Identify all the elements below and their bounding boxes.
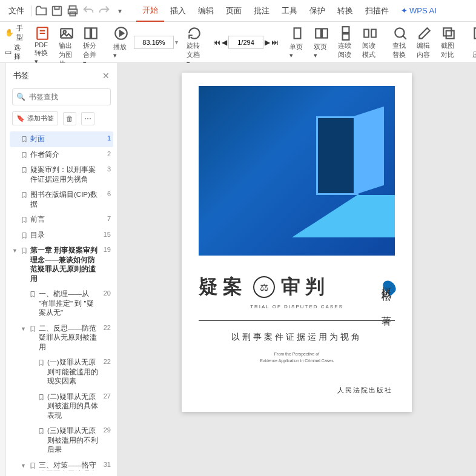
tab-protect[interactable]: 保护 [303, 0, 331, 22]
cover-author: 柯武松 — 著 [380, 279, 392, 311]
bookmark-label: 二、反思——防范疑罪从无原则被滥用 [39, 324, 99, 352]
document-canvas[interactable]: 疑案 ⚖ 审判 TRIAL OF DISPUTED CASES 以刑事案件证据运… [117, 63, 476, 476]
tab-insert[interactable]: 插入 [164, 0, 192, 22]
bookmark-icon [21, 216, 28, 224]
undo-icon[interactable] [82, 4, 95, 18]
bookmark-icon [21, 191, 28, 199]
tab-page[interactable]: 页面 [220, 0, 248, 22]
redo-icon[interactable] [98, 4, 111, 18]
zoom-dropdown-icon[interactable]: ▾ [175, 39, 178, 45]
bookmark-item[interactable]: (二)疑罪从无原则被滥用的具体表现27 [10, 389, 113, 424]
more-icon[interactable]: ⋯ [81, 112, 94, 125]
bookmark-page: 19 [104, 246, 111, 253]
play-button[interactable]: 播放▾ [110, 25, 133, 59]
bookmark-search-input[interactable] [29, 93, 120, 101]
save-icon[interactable] [50, 4, 64, 18]
bookmark-icon [38, 393, 45, 402]
bookmark-label: (一)疑罪从无原则可能被滥用的现实因素 [47, 358, 99, 386]
hand-tool[interactable]: ✋手型 [5, 24, 24, 42]
wps-ai[interactable]: ✦WPS AI [395, 0, 443, 22]
close-icon[interactable]: ✕ [102, 71, 110, 81]
menu-file[interactable]: 文件 [2, 0, 30, 22]
svg-point-18 [395, 28, 404, 37]
print-icon[interactable] [66, 4, 79, 18]
tab-tools[interactable]: 工具 [276, 0, 303, 22]
svg-rect-7 [85, 28, 90, 38]
bookmark-icon [29, 325, 36, 333]
bookmark-label: (二)疑罪从无原则被滥用的具体表现 [47, 392, 99, 421]
bookmark-item[interactable]: 作者简介2 [10, 147, 113, 163]
dropdown-icon[interactable]: ▾ [113, 4, 127, 18]
bookmark-list: 封面1作者简介2疑案审判：以刑事案件证据运用为视角3图书在版编目(CIP)数据6… [6, 131, 117, 471]
bookmark-item[interactable]: 一、梳理——从 "有罪推定" 到 "疑案从无"20 [10, 286, 113, 321]
first-page-icon[interactable]: ⏮ [213, 38, 220, 47]
chevron-icon: ▼ [12, 248, 18, 254]
bookmark-item[interactable]: ▼二、反思——防范疑罪从无原则被滥用22 [10, 321, 113, 355]
open-icon[interactable] [35, 4, 48, 18]
tab-scan[interactable]: 扫描件 [359, 0, 395, 22]
app-window: 文件 ▾ 开始 插入 编辑 页面 批注 工具 保护 转换 扫描件 ✦WPS AI… [0, 0, 476, 476]
bookmark-icon [38, 359, 45, 367]
edit-content[interactable]: 编辑内容 [413, 25, 436, 59]
prev-page-icon[interactable]: ◀ [222, 38, 227, 47]
pdf-convert[interactable]: PDF转换▾ [31, 25, 54, 59]
toolbar: ✋手型 ▭选择 PDF转换▾ 输出为图片 拆分合并▾ 播放▾ ▾ 旋转文档▾ ⏮… [0, 22, 476, 63]
last-page-icon[interactable]: ⏭ [271, 38, 279, 47]
rotate-button[interactable]: 旋转文档▾ [183, 25, 206, 59]
page-input[interactable] [228, 36, 263, 49]
cover-title-2: 审判 [281, 274, 329, 300]
split-merge[interactable]: 拆分合并▾ [79, 25, 102, 59]
bookmark-search[interactable]: 🔍 [12, 88, 111, 105]
bookmark-icon [21, 135, 28, 144]
cover-subtitle: 以刑事案件证据运用为视角 [199, 332, 395, 343]
double-page[interactable]: 双页▾ [310, 25, 333, 59]
bookmark-item[interactable]: ▼三、对策——恪守公平正义司法理念31 [10, 458, 113, 471]
bookmark-icon [21, 246, 28, 255]
bookmark-page: 27 [104, 392, 111, 400]
bookmark-item[interactable]: 封面1 [10, 131, 113, 147]
svg-rect-20 [446, 30, 454, 38]
bookmark-page: 29 [104, 426, 111, 434]
find-replace[interactable]: 查找替换 [389, 25, 412, 59]
bookmark-item[interactable]: 疑案审判：以刑事案件证据运用为视角3 [10, 162, 113, 187]
next-page-icon[interactable]: ▶ [265, 38, 270, 47]
export-image[interactable]: 输出为图片 [55, 25, 78, 59]
svg-rect-14 [316, 28, 321, 38]
bookmark-item[interactable]: 前言7 [10, 212, 113, 228]
bookmark-label: 三、对策——恪守公平正义司法理念 [39, 461, 99, 471]
delete-bookmark-icon[interactable]: 🗑 [63, 112, 76, 125]
bookmark-add-icon: 🔖 [16, 114, 25, 122]
bookmark-label: 作者简介 [30, 150, 102, 160]
sidebar-rail[interactable] [0, 63, 6, 476]
chevron-icon: ▼ [21, 326, 27, 332]
bookmark-page: 15 [104, 231, 111, 238]
bookmark-item[interactable]: (一)疑罪从无原则可能被滥用的现实因素22 [10, 355, 113, 389]
bookmark-item[interactable]: (三)疑罪从无原则被滥用的不利后果29 [10, 423, 113, 458]
select-tool[interactable]: ▭选择 [5, 43, 24, 61]
bookmark-icon [38, 427, 45, 435]
svg-rect-0 [53, 6, 62, 15]
add-bookmark[interactable]: 🔖添加书签 [12, 111, 58, 125]
bookmark-page: 2 [107, 150, 111, 157]
continuous-read[interactable]: 连续阅读 [334, 25, 357, 59]
bookmark-label: 目录 [30, 231, 99, 240]
search-icon: 🔍 [16, 93, 25, 101]
tab-convert[interactable]: 转换 [331, 0, 359, 22]
read-mode[interactable]: 阅读模式 [359, 25, 382, 59]
page-cover: 疑案 ⚖ 审判 TRIAL OF DISPUTED CASES 以刑事案件证据运… [182, 73, 412, 412]
cover-en2: From the Perspective ofEvidence Applicat… [199, 351, 395, 364]
tab-edit[interactable]: 编辑 [192, 0, 220, 22]
bookmark-label: 疑案审判：以刑事案件证据运用为视角 [30, 165, 102, 184]
bookmark-item[interactable]: 目录15 [10, 228, 113, 243]
tab-comment[interactable]: 批注 [248, 0, 276, 22]
bookmark-item[interactable]: ▼第一章 刑事疑案审判理念——兼谈如何防范疑罪从无原则的滥用19 [10, 243, 113, 286]
bookmark-item[interactable]: 图书在版编目(CIP)数据6 [10, 187, 113, 212]
tab-start[interactable]: 开始 [136, 0, 164, 22]
cover-title-1: 疑案 [199, 274, 247, 300]
chevron-icon: ▼ [21, 463, 27, 469]
crop-compare[interactable]: 截图对比 [437, 25, 460, 59]
single-page[interactable]: 单页▾ [286, 25, 309, 59]
compress[interactable]: 压缩 [468, 25, 476, 59]
zoom-input[interactable] [134, 36, 174, 49]
sidebar-title: 书签 [13, 70, 29, 81]
